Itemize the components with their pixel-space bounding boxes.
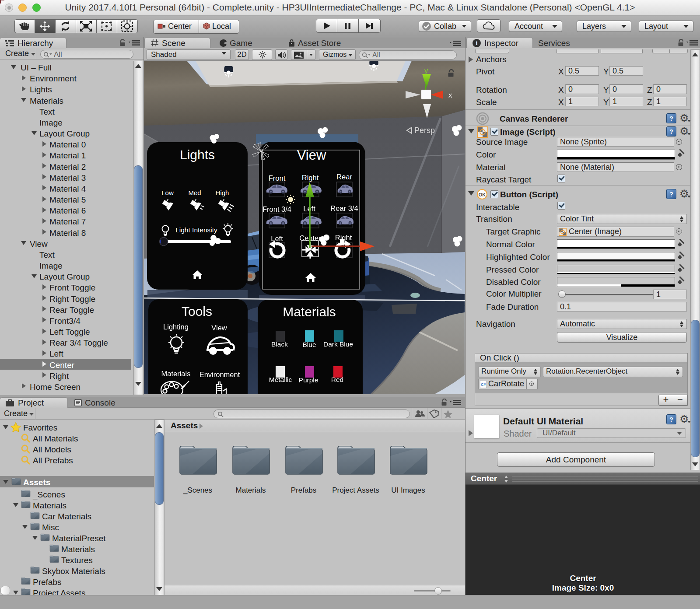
svg-text:Metallic: Metallic: [269, 376, 292, 383]
svg-text:Med: Med: [188, 189, 201, 196]
svg-text:Rear: Rear: [336, 173, 352, 181]
svg-text:Front: Front: [269, 174, 286, 182]
svg-text:View: View: [297, 147, 326, 163]
svg-text:x: x: [448, 91, 452, 99]
svg-text:Right: Right: [302, 174, 319, 182]
svg-text:y: y: [424, 66, 428, 75]
svg-text:Black: Black: [271, 340, 288, 348]
svg-text:Left: Left: [271, 234, 283, 242]
svg-text:Materials: Materials: [283, 304, 336, 319]
svg-text:View: View: [211, 324, 227, 332]
svg-text:High: High: [216, 189, 229, 196]
svg-text:Front 3/4: Front 3/4: [262, 205, 291, 213]
svg-text:Tools: Tools: [182, 304, 212, 318]
svg-text:Red: Red: [331, 376, 343, 383]
svg-text:Rear 3/4: Rear 3/4: [330, 204, 358, 212]
svg-text:C#: C#: [481, 382, 486, 387]
svg-text:Environment: Environment: [200, 371, 240, 378]
svg-text:Persp: Persp: [414, 126, 435, 135]
svg-text:Lights: Lights: [180, 147, 215, 162]
svg-text:Lighting: Lighting: [163, 323, 189, 331]
svg-text:Materials: Materials: [161, 370, 191, 378]
svg-text:Purple: Purple: [299, 376, 318, 384]
svg-text:Light Intensity: Light Intensity: [175, 226, 217, 234]
svg-text:Blue: Blue: [302, 341, 316, 348]
svg-text:Dark Blue: Dark Blue: [323, 340, 353, 348]
svg-text:Low: Low: [161, 189, 174, 196]
